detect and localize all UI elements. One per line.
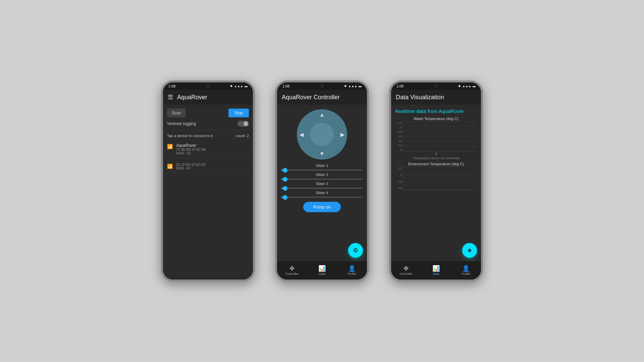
status-bar-1: 1:08 ✱ ▲▲▲ ▬: [163, 82, 253, 90]
bluetooth-status-icon-2: ✱: [344, 84, 347, 88]
controller-nav-label-3: Controller: [399, 272, 413, 276]
y-label-0: 0: [396, 148, 402, 152]
env-temp-grid: [402, 167, 477, 190]
env-grid-line-3: [403, 182, 477, 182]
status-time-3: 1:09: [396, 84, 404, 88]
slider-section: Slider 1 Slider 2 Slider 3 Slider 4: [281, 164, 363, 198]
profile-nav-label-3: Profile: [462, 272, 471, 276]
fab-button-3[interactable]: ★: [462, 243, 477, 258]
env-y-label-0-6: 0.6: [396, 187, 402, 190]
scan-button[interactable]: Scan: [167, 109, 185, 117]
toggle-knob: [244, 121, 248, 126]
grid-line-5: [403, 141, 477, 141]
grid-line-1: [403, 121, 477, 122]
joystick-outer[interactable]: ▲ ▼ ◀ ▶: [297, 109, 347, 160]
env-temp-y-labels: 1.2 1 0.8 0.6: [395, 167, 402, 190]
slider-3-track[interactable]: [281, 188, 363, 189]
signal-icon-2: ▲▲▲: [348, 84, 357, 88]
profile-nav-label: Profile: [348, 272, 357, 276]
slider-2-track[interactable]: [281, 179, 363, 180]
water-temp-title: Water Temperature (deg C): [395, 117, 477, 121]
screen-1: Scan Stop Verbose logging Tap a device t…: [163, 105, 253, 280]
status-bar-2: 1:08 ✱ ▲▲▲ ▬: [277, 82, 367, 90]
verbose-toggle[interactable]: [237, 121, 249, 127]
status-bar-3: 1:09 ✱ ▲▲▲ ▬: [391, 82, 481, 90]
y-label-1: 1: [396, 126, 402, 129]
joystick[interactable]: ▲ ▼ ◀ ▶: [297, 109, 347, 160]
nav-controller-2[interactable]: ✤ Controller: [277, 261, 307, 280]
bluetooth-icon-2: 📶: [167, 164, 173, 169]
p3-body: Realtime data from AquaRover Water Tempe…: [391, 105, 481, 261]
phone-2: 1:08 ✱ ▲▲▲ ▬ AquaRover Controller ▲ ▼ ◀ …: [275, 80, 369, 282]
slider-4-track[interactable]: [281, 197, 363, 198]
device-header-text: Tap a device to connect to it: [167, 134, 213, 138]
app-bar-3: Data Visualization: [391, 90, 481, 105]
app-title-1: AquaRover: [177, 94, 207, 101]
bluetooth-icon-1: 📶: [167, 144, 173, 149]
env-grid-line-2: [403, 174, 477, 174]
arrow-right-icon: ▶: [340, 131, 344, 138]
data-nav-label: Data: [319, 272, 325, 276]
slider-1-track[interactable]: [281, 170, 363, 171]
screen-3: Realtime data from AquaRover Water Tempe…: [391, 105, 481, 261]
status-icons-2: ✱ ▲▲▲ ▬: [344, 84, 362, 88]
arrow-left-icon: ◀: [300, 131, 304, 138]
nav-data-2[interactable]: 📊 Data: [307, 261, 337, 280]
env-grid-line-1: [403, 167, 477, 167]
env-temp-title: Environment Temperature (deg C): [395, 162, 477, 166]
device-rssi-1: RSSI: -53: [176, 152, 206, 155]
camera-dot-3: [434, 84, 438, 88]
status-time-1: 1:08: [168, 84, 175, 88]
data-nav-label-3: Data: [433, 272, 439, 276]
device-item-2[interactable]: 📶 5C:1F:B4:1F:62:CE RSSI: -87: [167, 161, 249, 173]
water-temp-y-labels: 1.2 1 0.8 0.6 0.4 0.2 0: [395, 121, 402, 152]
phone-1: 1:08 ✱ ▲▲▲ ▬ ☰ AquaRover Scan Stop Verbo…: [161, 80, 255, 282]
camera-dot-1: [206, 84, 210, 88]
env-y-label-0-8: 0.8: [396, 180, 402, 183]
app-bar-2: AquaRover Controller: [277, 90, 367, 105]
joystick-inner: [310, 123, 334, 146]
nav-profile-3[interactable]: 👤 Profile: [451, 261, 481, 280]
menu-icon[interactable]: ☰: [168, 94, 173, 101]
y-label-0-6: 0.6: [396, 135, 402, 138]
env-y-label-1-2: 1.2: [396, 167, 402, 170]
stop-button[interactable]: Stop: [228, 109, 249, 117]
settings-icon: ⚙: [353, 247, 358, 254]
p2-body: ▲ ▼ ◀ ▶ Slider 1 Slider 2: [277, 105, 367, 261]
device-rssi-2: RSSI: -87: [176, 167, 205, 170]
signal-icon-3: ▲▲▲: [462, 84, 471, 88]
app-bar-1: ☰ AquaRover: [163, 90, 253, 105]
device-count: count: 2: [236, 134, 249, 138]
y-label-1-2: 1.2: [396, 121, 402, 124]
slider-3-label: Slider 3: [281, 182, 363, 186]
slider-1-thumb: [283, 168, 287, 173]
battery-icon-2: ▬: [359, 84, 362, 88]
water-temp-status: Temperature sensor not connected: [395, 157, 477, 160]
slider-2-thumb: [283, 177, 287, 182]
device-info-1: AquaRover 7C:9E:BD:47:0C:8A RSSI: -53: [176, 143, 206, 155]
water-temp-chart-section: Water Temperature (deg C) 1.2 1 0.8 0.6 …: [395, 117, 477, 160]
fab-button-2[interactable]: ⚙: [348, 243, 363, 258]
slider-4-thumb: [283, 195, 287, 200]
battery-icon: ▬: [245, 84, 248, 88]
status-time-2: 1:08: [282, 84, 289, 88]
water-temp-grid: [402, 121, 477, 152]
water-temp-chart: 1.2 1 0.8 0.6 0.4 0.2 0: [395, 121, 477, 152]
controller-nav-icon: ✤: [289, 265, 294, 272]
nav-data-3[interactable]: 📊 Data: [421, 261, 451, 280]
env-temp-chart: 1.2 1 0.8 0.6: [395, 167, 477, 190]
profile-nav-icon: 👤: [348, 265, 356, 272]
data-nav-icon: 📊: [318, 265, 326, 272]
water-temp-value: 0: [395, 152, 477, 156]
screen-2: ▲ ▼ ◀ ▶ Slider 1 Slider 2: [277, 105, 367, 261]
controller-nav-icon-3: ✤: [404, 265, 409, 272]
grid-line-6: [403, 146, 477, 146]
signal-icon: ▲▲▲: [234, 84, 243, 88]
nav-profile-2[interactable]: 👤 Profile: [337, 261, 367, 280]
arrow-down-icon: ▼: [319, 151, 325, 157]
p3-subtitle: Realtime data from AquaRover: [395, 108, 477, 115]
verbose-label: Verbose logging: [167, 121, 196, 126]
nav-controller-3[interactable]: ✤ Controller: [391, 261, 421, 280]
device-item-1[interactable]: 📶 AquaRover 7C:9E:BD:47:0C:8A RSSI: -53: [167, 141, 249, 158]
pump-button[interactable]: Pump on: [303, 202, 341, 212]
